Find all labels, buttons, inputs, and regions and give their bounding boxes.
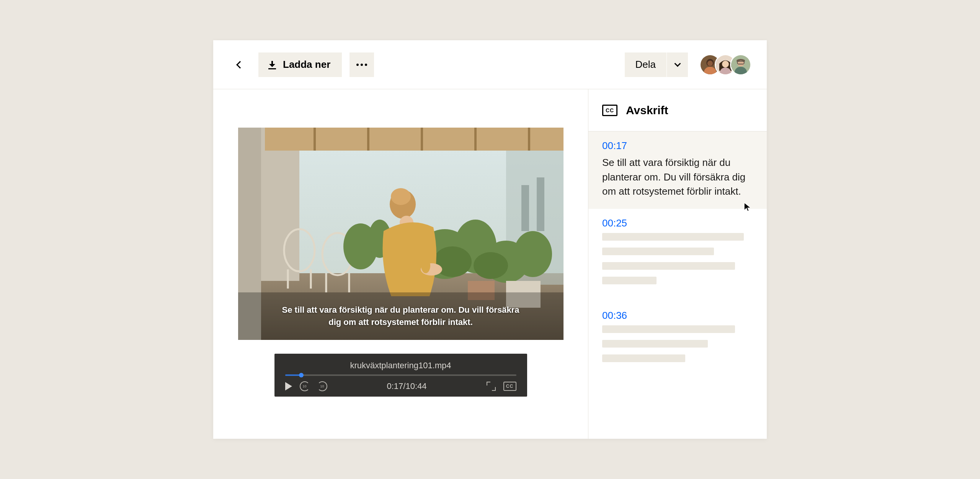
cc-icon: CC [602,105,617,116]
video-frame[interactable]: Se till att vara försiktig när du plante… [238,128,564,340]
cursor-icon [743,202,753,212]
download-button[interactable]: Ladda ner [258,52,342,77]
share-dropdown-toggle[interactable] [666,52,688,77]
svg-point-33 [474,252,508,279]
svg-point-5 [722,61,729,67]
transcript-title: Avskrift [626,104,668,117]
transcript-timestamp[interactable]: 00:25 [602,217,753,229]
content-body: Se till att vara försiktig när du plante… [213,89,767,439]
transcript-placeholder [602,325,735,333]
video-filename: krukväxtplantering101.mp4 [285,361,516,371]
svg-point-40 [421,258,430,273]
transcript-list[interactable]: 00:17Se till att vara försiktig när du p… [588,131,767,439]
transcript-placeholder [602,354,685,362]
transcript-placeholder [602,340,708,348]
video-area: Se till att vara försiktig när du plante… [213,89,588,439]
transcript-timestamp[interactable]: 00:17 [602,140,753,152]
back-button[interactable] [232,57,248,72]
transcript-text: Se till att vara försiktig när du plante… [602,156,753,199]
transcript-placeholder [602,262,735,270]
transcript-timestamp[interactable]: 00:36 [602,310,753,322]
download-icon [268,61,276,69]
transcript-entry[interactable]: 00:25 [588,209,767,301]
transcript-entry[interactable]: 00:17Se till att vara försiktig när du p… [588,131,767,209]
collaborator-avatars [699,54,751,75]
seek-bar[interactable] [285,374,516,376]
video-caption: Se till att vara försiktig när du plante… [238,304,564,328]
skip-forward-button[interactable]: 10 [317,381,327,391]
svg-rect-22 [521,185,529,231]
skip-back-button[interactable]: 10 [300,381,310,391]
transcript-placeholder [602,248,714,255]
transcript-placeholder [602,233,744,241]
transcript-panel: CC Avskrift 00:17Se till att vara försik… [588,89,767,439]
play-button[interactable] [285,382,292,390]
preview-window: Ladda ner Dela [213,40,767,439]
svg-point-37 [391,188,411,205]
svg-rect-23 [537,177,544,231]
time-display: 0:17/10:44 [335,381,479,391]
transcript-placeholder [602,277,657,284]
download-label: Ladda ner [283,59,330,71]
share-label: Dela [625,59,666,71]
chevron-down-icon [674,60,681,67]
chevron-left-icon [236,61,244,69]
transcript-entry[interactable]: 00:36 [588,301,767,379]
more-icon [356,64,359,66]
video-player-controls: krukväxtplantering101.mp4 10 10 0:17/10:… [274,354,527,397]
header-bar: Ladda ner Dela [213,40,767,89]
seek-thumb[interactable] [299,373,304,377]
avatar[interactable] [730,54,751,75]
more-button[interactable] [350,52,374,77]
svg-rect-15 [265,128,564,151]
transcript-header: CC Avskrift [588,89,767,131]
share-button[interactable]: Dela [625,52,688,77]
svg-point-3 [707,61,713,66]
svg-point-31 [514,231,552,277]
fullscreen-button[interactable] [487,382,496,391]
captions-toggle[interactable]: CC [503,382,516,391]
